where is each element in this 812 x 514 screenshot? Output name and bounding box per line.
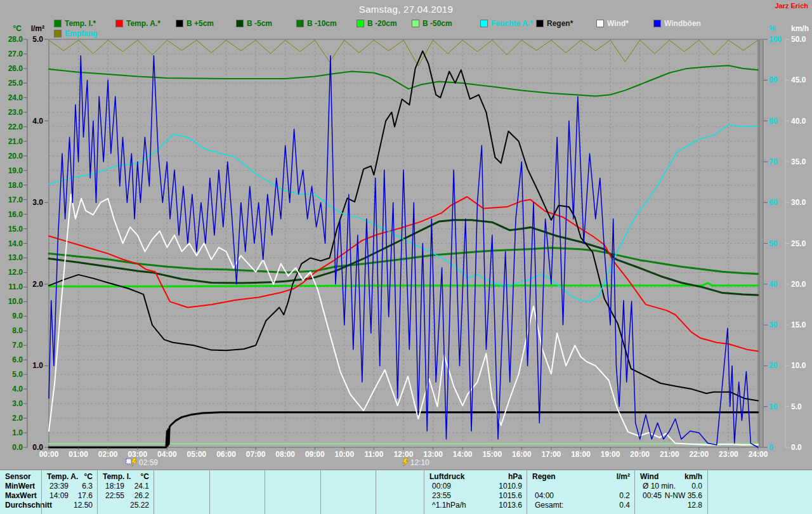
table-cell-value-wind: 12.8	[635, 501, 702, 510]
table-divider	[154, 470, 154, 514]
axis-degc-ticklabel: 16.0	[8, 210, 23, 219]
axis-degc-ticklabel: 23.0	[8, 108, 23, 117]
axis-x-ticklabel: 06:00	[216, 450, 236, 459]
axis-lm2-title: l/m²	[31, 24, 44, 33]
axis-lm2-ticklabel: 2.0	[32, 280, 43, 289]
axis-degc-ticklabel: 4.0	[12, 385, 23, 393]
marker-sun-lightning: 02:59	[126, 458, 158, 467]
axis-lm2-ticklabel: 1.0	[32, 361, 43, 370]
axis-x-ticklabel: 18:00	[571, 450, 591, 459]
legend-swatch	[653, 20, 661, 27]
table-cell-value-wind: 0.0	[635, 482, 702, 491]
legend-item-b-5cm[interactable]: B -5cm	[236, 20, 272, 27]
table-cell-value-temp_a: 6.3	[42, 482, 93, 491]
table-cell-value-regen: 0.2	[527, 492, 630, 500]
axis-x-ticklabel: 22:00	[689, 450, 709, 459]
axis-lm2-ticklabel: 3.0	[32, 198, 43, 207]
legend-item-empfang[interactable]: Empfang	[54, 30, 97, 37]
legend-item-wind[interactable]: Wind*	[596, 20, 629, 27]
axis-pct-title: %	[769, 24, 776, 33]
legend-item-b-5cm[interactable]: B +5cm	[176, 20, 214, 27]
legend-swatch	[296, 20, 304, 27]
axis-degc-ticklabel: 6.0	[12, 355, 23, 364]
axis-degc-ticklabel: 28.0	[8, 35, 23, 44]
table-cell-value-temp_i: 26.2	[98, 492, 149, 500]
axis-kmh-ticklabel: 25.0	[791, 239, 806, 248]
axis-degc-ticklabel: 5.0	[12, 370, 23, 379]
axis-degc-ticklabel: 9.0	[12, 312, 23, 320]
legend-item-b-20cm[interactable]: B -20cm	[357, 20, 397, 27]
axis-pct-ticklabel: 10	[769, 402, 778, 411]
axis-kmh-ticklabel: 0.0	[791, 443, 802, 452]
marker-box-icon	[126, 459, 131, 464]
axis-x-ticklabel: 23:00	[719, 450, 738, 459]
table-cell-value-temp_i: 24.1	[98, 482, 149, 491]
axis-degc-ticklabel: 11.0	[8, 282, 23, 291]
legend-swatch	[54, 30, 62, 37]
legend-label: Temp. I.*	[65, 19, 96, 28]
legend-item-feuchte-a[interactable]: Feuchte A.*	[480, 20, 533, 27]
legend-label: Wind*	[607, 19, 629, 28]
table-cell-value-wind: N-NW 35.6	[635, 492, 702, 500]
legend-item-regen[interactable]: Regen*	[536, 20, 573, 27]
axis-pct-ticklabel: 40	[769, 280, 778, 289]
axis-kmh-ticklabel: 45.0	[791, 76, 806, 84]
axis-lm2-ticklabel: 5.0	[32, 35, 43, 44]
axis-kmh-ticklabel: 10.0	[791, 361, 806, 370]
axis-x-ticklabel: 05:00	[187, 450, 207, 459]
marker-time-label: 02:59	[139, 458, 158, 467]
axis-kmh-ticklabel: 40.0	[791, 117, 806, 126]
table-col-unit-luftdruck: hPa	[424, 473, 522, 481]
axis-x-ticklabel: 24:00	[749, 450, 768, 459]
axis-x-ticklabel: 16:00	[512, 450, 532, 459]
axis-x-ticklabel: 20:00	[630, 450, 650, 459]
legend-item-windb-en[interactable]: Windböen	[653, 20, 701, 27]
legend-swatch	[480, 20, 488, 27]
axis-x-ticklabel: 03:00	[128, 450, 147, 459]
table-row-label: MinWert	[5, 482, 35, 491]
axis-degc-ticklabel: 22.0	[8, 122, 23, 131]
axis-degc-ticklabel: 2.0	[12, 414, 23, 423]
legend-swatch	[54, 20, 62, 27]
table-col-unit-temp_i: °C	[98, 473, 149, 481]
legend-label: Feuchte A.*	[491, 19, 533, 28]
axis-x-ticklabel: 07:00	[246, 450, 266, 459]
table-divider	[376, 470, 376, 514]
table-cell-value-luftdruck: 1015.6	[424, 492, 522, 500]
axis-x-ticklabel: 19:00	[601, 450, 620, 459]
legend-swatch	[236, 20, 244, 27]
axis-kmh-ticklabel: 20.0	[791, 280, 806, 289]
legend-item-temp-i[interactable]: Temp. I.*	[54, 20, 96, 27]
axis-x-ticklabel: 17:00	[542, 450, 561, 459]
axis-degc-ticklabel: 7.0	[12, 341, 23, 350]
table-divider	[265, 470, 265, 514]
table-cell-value-temp_a: 12.50	[42, 501, 93, 510]
legend-item-b-10cm[interactable]: B -10cm	[296, 20, 337, 27]
legend-item-temp-a[interactable]: Temp. A.*	[115, 20, 160, 27]
axis-degc-ticklabel: 1.0	[12, 428, 23, 437]
axis-x-ticklabel: 04:00	[157, 450, 177, 459]
axis-degc-ticklabel: 15.0	[8, 225, 23, 234]
legend-item-b-50cm[interactable]: B -50cm	[412, 20, 452, 27]
axis-pct-ticklabel: 100	[769, 35, 782, 44]
axis-x-ticklabel: 15:00	[482, 450, 502, 459]
table-row-label: MaxWert	[5, 492, 37, 500]
axis-pct-ticklabel: 20	[769, 361, 778, 370]
legend-swatch	[115, 20, 123, 27]
axis-x-ticklabel: 11:00	[364, 450, 383, 459]
table-col-unit-wind: km/h	[635, 473, 702, 481]
axis-pct-ticklabel: 70	[769, 157, 778, 166]
table-divider	[707, 470, 708, 514]
table-col-unit-regen: l/m²	[527, 473, 630, 481]
axis-degc-ticklabel: 3.0	[12, 399, 23, 408]
legend-label: B -20cm	[367, 19, 397, 28]
table-divider	[320, 470, 321, 514]
axis-x-ticklabel: 08:00	[275, 450, 295, 459]
legend-label: B -10cm	[307, 19, 337, 28]
axis-degc-ticklabel: 10.0	[8, 297, 23, 306]
legend-swatch	[176, 20, 183, 27]
axis-degc-ticklabel: 17.0	[8, 195, 23, 204]
table-cell-value-luftdruck: 1013.6	[424, 501, 522, 510]
axis-x-ticklabel: 12:00	[394, 450, 414, 459]
axis-pct-ticklabel: 50	[769, 239, 778, 248]
